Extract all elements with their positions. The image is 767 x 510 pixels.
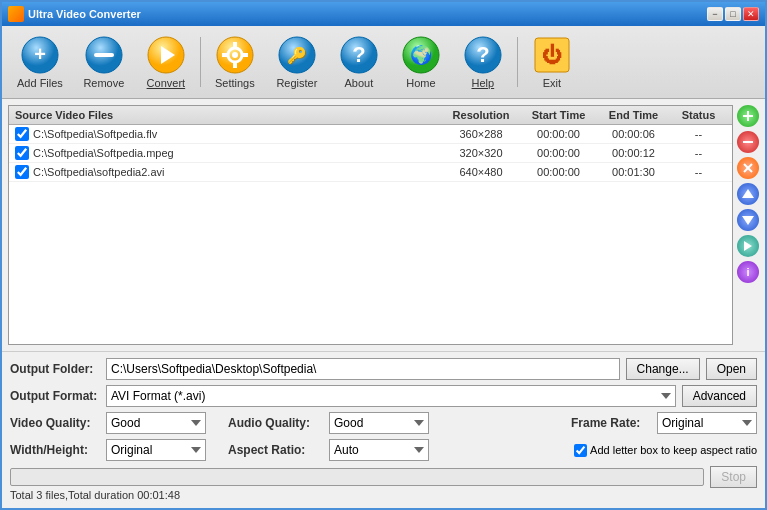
side-info-icon: i [741, 265, 755, 279]
home-button[interactable]: 🌍 Home [391, 30, 451, 94]
remove-button[interactable]: Remove [74, 30, 134, 94]
convert-label: Convert [147, 77, 186, 89]
row-checkbox-1[interactable] [15, 146, 29, 160]
maximize-button[interactable]: □ [725, 7, 741, 21]
row-start-time-1: 00:00:00 [521, 147, 596, 159]
row-path-1: C:\Softpedia\Softpedia.mpeg [33, 147, 441, 159]
output-folder-row: Output Folder: Change... Open [10, 358, 757, 380]
row-path-0: C:\Softpedia\Softpedia.flv [33, 128, 441, 140]
change-button[interactable]: Change... [626, 358, 700, 380]
advanced-button[interactable]: Advanced [682, 385, 757, 407]
svg-text:⏻: ⏻ [542, 43, 562, 66]
side-preview-button[interactable] [737, 235, 759, 257]
main-window: Ultra Video Converter − □ ✕ + Add Files [0, 0, 767, 510]
row-end-time-1: 00:00:12 [596, 147, 671, 159]
row-checkbox-2[interactable] [15, 165, 29, 179]
row-resolution-0: 360×288 [441, 128, 521, 140]
table-row: C:\Softpedia\softpedia2.avi 640×480 00:0… [9, 163, 732, 182]
open-button[interactable]: Open [706, 358, 757, 380]
svg-text:+: + [34, 43, 46, 65]
about-label: About [344, 77, 373, 89]
title-controls: − □ ✕ [707, 7, 759, 21]
letterbox-text: Add letter box to keep aspect ratio [590, 444, 757, 456]
register-label: Register [276, 77, 317, 89]
svg-marker-28 [742, 189, 754, 198]
close-button[interactable]: ✕ [743, 7, 759, 21]
table-body: C:\Softpedia\Softpedia.flv 360×288 00:00… [9, 125, 732, 344]
frame-rate-label: Frame Rate: [571, 416, 651, 430]
title-bar: Ultra Video Converter − □ ✕ [2, 2, 765, 26]
register-button[interactable]: 🔑 Register [267, 30, 327, 94]
svg-marker-30 [744, 241, 752, 251]
side-buttons: i [737, 105, 759, 345]
side-add-icon [741, 109, 755, 123]
svg-text:?: ? [476, 42, 489, 67]
side-clear-button[interactable] [737, 157, 759, 179]
col-start-time: Start Time [521, 109, 596, 121]
side-up-button[interactable] [737, 183, 759, 205]
stop-button[interactable]: Stop [710, 466, 757, 488]
side-add-button[interactable] [737, 105, 759, 127]
row-status-2: -- [671, 166, 726, 178]
output-format-row: Output Format: AVI Format (*.avi) MP4 Fo… [10, 385, 757, 407]
row-start-time-2: 00:00:00 [521, 166, 596, 178]
row-status-1: -- [671, 147, 726, 159]
width-height-label: Width/Height: [10, 443, 100, 457]
output-format-select[interactable]: AVI Format (*.avi) MP4 Format (*.mp4) MO… [106, 385, 676, 407]
row-checkbox-0[interactable] [15, 127, 29, 141]
help-button[interactable]: ? Help [453, 30, 513, 94]
exit-label: Exit [543, 77, 561, 89]
settings-label: Settings [215, 77, 255, 89]
dimensions-row: Width/Height: Original320x240640x4801280… [10, 439, 757, 461]
status-text: Total 3 files,Total duration 00:01:48 [10, 489, 180, 501]
exit-button[interactable]: ⏻ Exit [522, 30, 582, 94]
svg-marker-29 [742, 216, 754, 225]
output-format-label: Output Format: [10, 389, 100, 403]
side-info-button[interactable]: i [737, 261, 759, 283]
svg-point-8 [232, 52, 238, 58]
app-icon [8, 6, 24, 22]
col-resolution: Resolution [441, 109, 521, 121]
letterbox-checkbox[interactable] [574, 444, 587, 457]
add-files-button[interactable]: + Add Files [8, 30, 72, 94]
bottom-section: Output Folder: Change... Open Output For… [2, 351, 765, 508]
col-source: Source Video Files [15, 109, 441, 121]
toolbar-divider-1 [200, 37, 201, 87]
row-resolution-1: 320×320 [441, 147, 521, 159]
table-row: C:\Softpedia\Softpedia.flv 360×288 00:00… [9, 125, 732, 144]
row-end-time-2: 00:01:30 [596, 166, 671, 178]
frame-rate-select[interactable]: Original24 fps25 fps30 fps [657, 412, 757, 434]
register-icon: 🔑 [278, 36, 316, 74]
width-height-select[interactable]: Original320x240640x4801280x720 [106, 439, 206, 461]
side-down-button[interactable] [737, 209, 759, 231]
aspect-ratio-select[interactable]: Auto4:316:9Original [329, 439, 429, 461]
progress-bar-container [10, 468, 704, 486]
letterbox-label: Add letter box to keep aspect ratio [574, 444, 757, 457]
minimize-button[interactable]: − [707, 7, 723, 21]
table-row: C:\Softpedia\Softpedia.mpeg 320×320 00:0… [9, 144, 732, 163]
svg-rect-3 [94, 53, 114, 57]
output-folder-input[interactable] [106, 358, 620, 380]
home-label: Home [406, 77, 435, 89]
main-content: Source Video Files Resolution Start Time… [2, 99, 765, 351]
convert-button[interactable]: Convert [136, 30, 196, 94]
side-remove-button[interactable] [737, 131, 759, 153]
row-resolution-2: 640×480 [441, 166, 521, 178]
settings-button[interactable]: Settings [205, 30, 265, 94]
audio-quality-select[interactable]: GoodBestNormalLow [329, 412, 429, 434]
svg-text:i: i [746, 266, 749, 278]
svg-text:🔑: 🔑 [287, 46, 307, 65]
col-status: Status [671, 109, 726, 121]
table-header: Source Video Files Resolution Start Time… [9, 106, 732, 125]
svg-rect-10 [233, 63, 237, 68]
video-quality-select[interactable]: GoodBestNormalLow [106, 412, 206, 434]
side-clear-icon [741, 161, 755, 175]
help-icon: ? [464, 36, 502, 74]
convert-icon [147, 36, 185, 74]
toolbar: + Add Files Remove Conver [2, 26, 765, 99]
quality-row: Video Quality: GoodBestNormalLow Audio Q… [10, 412, 757, 434]
row-end-time-0: 00:00:06 [596, 128, 671, 140]
audio-quality-label: Audio Quality: [228, 416, 323, 430]
about-button[interactable]: ? About [329, 30, 389, 94]
row-start-time-0: 00:00:00 [521, 128, 596, 140]
